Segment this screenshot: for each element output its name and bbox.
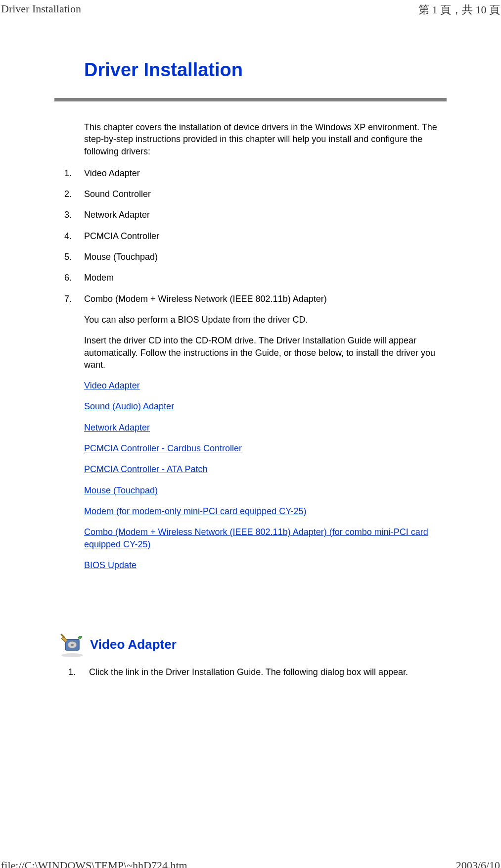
list-item: 1. Video Adapter [64,167,447,179]
page-title: Driver Installation [54,59,447,81]
list-text: Sound Controller [84,188,447,200]
link-para: Combo (Modem + Wireless Network (IEEE 80… [54,526,447,550]
list-text: Network Adapter [84,209,447,221]
step-number: 1. [68,666,89,678]
link-pcmcia-ata[interactable]: PCMCIA Controller - ATA Patch [84,464,207,474]
link-video-adapter[interactable]: Video Adapter [84,381,140,390]
list-number: 4. [64,230,84,242]
driver-numbered-list: 1. Video Adapter 2. Sound Controller 3. … [54,167,447,305]
link-combo-adapter[interactable]: Combo (Modem + Wireless Network (IEEE 80… [84,527,428,549]
step-text: Click the link in the Driver Installatio… [89,666,447,678]
list-number: 3. [64,209,84,221]
link-bios-update[interactable]: BIOS Update [84,560,137,570]
print-header: Driver Installation 第 1 頁，共 10 頁 [0,0,501,17]
list-item: 5. Mouse (Touchpad) [64,251,447,263]
intro-paragraph: This chapter covers the installation of … [54,121,447,157]
link-mouse-touchpad[interactable]: Mouse (Touchpad) [84,485,158,495]
link-para: PCMCIA Controller - Cardbus Controller [54,442,447,454]
link-modem[interactable]: Modem (for modem-only mini-PCI card equi… [84,506,307,516]
list-item: 4. PCMCIA Controller [64,230,447,242]
paragraph-bios: You can also perform a BIOS Update from … [54,314,447,326]
section-title-video-adapter: Video Adapter [90,637,177,652]
footer-path: file://C:\WINDOWS\TEMP\~hhD724.htm [1,859,187,868]
link-para: Sound (Audio) Adapter [54,400,447,412]
paragraph-insert-cd: Insert the driver CD into the CD-ROM dri… [54,335,447,371]
list-text: Combo (Modem + Wireless Network (IEEE 80… [84,293,447,305]
header-page-info: 第 1 頁，共 10 頁 [418,2,501,17]
step-item: 1. Click the link in the Driver Installa… [68,666,447,678]
link-network-adapter[interactable]: Network Adapter [84,423,150,433]
list-item: 7. Combo (Modem + Wireless Network (IEEE… [64,293,447,305]
installer-icon [58,630,86,658]
list-item: 2. Sound Controller [64,188,447,200]
horizontal-rule [54,98,447,101]
link-para: Modem (for modem-only mini-PCI card equi… [54,505,447,517]
svg-point-0 [61,653,83,657]
section-steps: 1. Click the link in the Driver Installa… [54,666,447,678]
list-number: 2. [64,188,84,200]
list-text: Mouse (Touchpad) [84,251,447,263]
link-para: Video Adapter [54,380,447,391]
list-number: 1. [64,167,84,179]
section-heading-row: Video Adapter [54,630,447,658]
link-pcmcia-cardbus[interactable]: PCMCIA Controller - Cardbus Controller [84,443,242,453]
content-area: Driver Installation This chapter covers … [0,17,501,678]
print-footer: file://C:\WINDOWS\TEMP\~hhD724.htm 2003/… [0,859,501,868]
header-title: Driver Installation [0,2,81,17]
list-text: PCMCIA Controller [84,230,447,242]
list-item: 6. Modem [64,272,447,284]
link-para: Network Adapter [54,422,447,434]
list-number: 7. [64,293,84,305]
list-item: 3. Network Adapter [64,209,447,221]
list-text: Video Adapter [84,167,447,179]
link-para: Mouse (Touchpad) [54,484,447,496]
list-text: Modem [84,272,447,284]
svg-point-3 [71,644,74,646]
list-number: 5. [64,251,84,263]
link-para: PCMCIA Controller - ATA Patch [54,463,447,475]
link-para: BIOS Update [54,559,447,571]
list-number: 6. [64,272,84,284]
footer-date: 2003/6/10 [456,859,500,868]
link-sound-adapter[interactable]: Sound (Audio) Adapter [84,401,174,411]
